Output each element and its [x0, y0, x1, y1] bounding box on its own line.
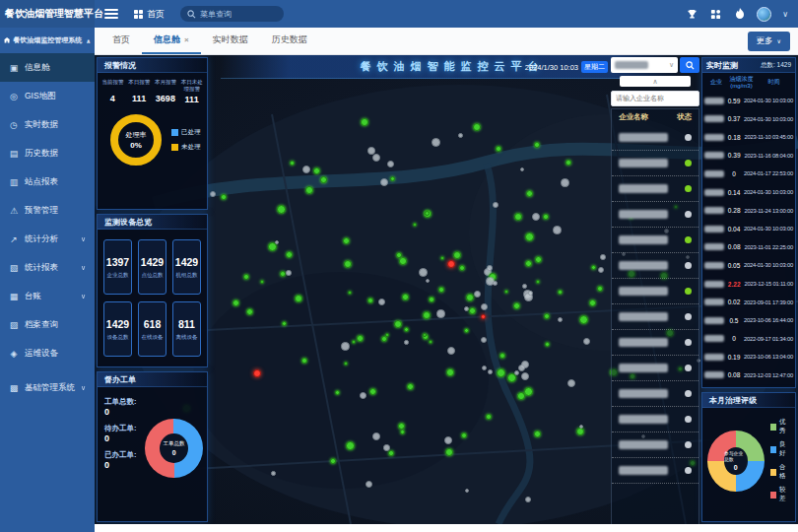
- map-pin[interactable]: [496, 146, 501, 152]
- sidebar-item[interactable]: ▩ 基础管理系统 ∨: [0, 373, 95, 402]
- realtime-row[interactable]: 0.04 2024-01-30 10:03:00: [702, 220, 795, 238]
- map-pin[interactable]: [346, 441, 355, 450]
- company-row[interactable]: [612, 330, 698, 356]
- map-pin[interactable]: [445, 448, 453, 456]
- sidebar-item[interactable]: ▧ 统计报表 ∨: [0, 253, 95, 282]
- map-pin[interactable]: [513, 302, 520, 309]
- trophy-icon[interactable]: [686, 8, 698, 21]
- map-pin[interactable]: [525, 233, 534, 241]
- map-pin[interactable]: [446, 368, 454, 376]
- map-pin[interactable]: [469, 307, 476, 314]
- company-row[interactable]: [612, 432, 698, 458]
- map-pin[interactable]: [553, 226, 562, 234]
- map-pin[interactable]: [432, 138, 440, 147]
- realtime-row[interactable]: 0.5 2023-10-06 16:44:00: [702, 311, 795, 330]
- map-pin[interactable]: [277, 205, 286, 214]
- sidebar-item[interactable]: ◷ 实时数据: [0, 110, 95, 139]
- menu-search-input[interactable]: 菜单查询: [180, 6, 284, 22]
- realtime-row[interactable]: 2.22 2023-12-15 01:11:00: [702, 275, 795, 294]
- map-pin[interactable]: [335, 390, 340, 395]
- map-pin[interactable]: [597, 286, 603, 292]
- map-pin[interactable]: [493, 281, 498, 286]
- map-pin[interactable]: [320, 176, 327, 183]
- chevron-down-icon[interactable]: ∨: [782, 10, 788, 19]
- map-pin[interactable]: [514, 213, 522, 221]
- map-pin[interactable]: [514, 370, 519, 375]
- map-pin[interactable]: [436, 309, 445, 318]
- map-pin[interactable]: [524, 387, 533, 396]
- company-row[interactable]: [612, 176, 698, 202]
- company-row[interactable]: [612, 458, 698, 484]
- menu-toggle-icon[interactable]: [104, 9, 118, 19]
- map-pin[interactable]: [383, 444, 390, 451]
- close-icon[interactable]: ×: [184, 35, 189, 44]
- company-row[interactable]: [612, 381, 698, 407]
- map-pin[interactable]: [423, 333, 427, 337]
- realtime-row[interactable]: 0.19 2023-10-06 13:04:00: [702, 348, 795, 366]
- map-pin[interactable]: [221, 194, 227, 200]
- map-pin[interactable]: [474, 291, 481, 298]
- company-row[interactable]: [612, 202, 698, 228]
- company-row[interactable]: [612, 279, 698, 304]
- company-row[interactable]: [612, 304, 698, 330]
- map-pin[interactable]: [600, 254, 606, 260]
- sidebar-item[interactable]: ◈ 运维设备: [0, 339, 95, 367]
- sidebar-item[interactable]: ◎ GIS地图: [0, 82, 95, 110]
- realtime-row[interactable]: 0.37 2024-01-30 10:03:00: [702, 109, 795, 128]
- sidebar-item[interactable]: ↗ 统计分析 ∨: [0, 225, 95, 253]
- map-pin[interactable]: [402, 294, 409, 300]
- collapse-toggle[interactable]: ∧: [620, 76, 691, 87]
- map-pin[interactable]: [493, 202, 499, 208]
- realtime-row[interactable]: 0 2024-01-17 22:53:00: [702, 165, 795, 183]
- realtime-row[interactable]: 0.59 2024-01-30 10:03:00: [702, 92, 795, 110]
- realtime-row[interactable]: 0.14 2024-01-30 10:03:00: [702, 183, 795, 202]
- map-pin[interactable]: [528, 291, 533, 296]
- map-pin[interactable]: [534, 142, 540, 148]
- sidebar-item[interactable]: ▨ 档案查询: [0, 310, 95, 339]
- user-avatar[interactable]: [757, 7, 771, 22]
- company-row[interactable]: [612, 151, 698, 176]
- map-pin[interactable]: [517, 392, 525, 400]
- area-select[interactable]: ∨: [611, 57, 678, 73]
- realtime-row[interactable]: 0.39 2023-11-16 08:04:00: [702, 147, 795, 166]
- map-pin[interactable]: [372, 432, 380, 440]
- map-pin[interactable]: [543, 214, 549, 220]
- map-pin[interactable]: [396, 252, 402, 258]
- map-pin[interactable]: [545, 342, 550, 347]
- tab[interactable]: 信息舱 ×: [142, 28, 201, 54]
- sidebar-item[interactable]: ▣ 信息舱: [0, 53, 95, 82]
- map-pin[interactable]: [290, 161, 295, 166]
- company-row[interactable]: [612, 356, 698, 381]
- realtime-row[interactable]: 0.08 2023-12-03 12:47:00: [702, 366, 795, 385]
- map-pin[interactable]: [286, 251, 293, 258]
- map-pin[interactable]: [534, 431, 541, 437]
- map-pin[interactable]: [481, 314, 486, 319]
- map-pin[interactable]: [271, 471, 276, 476]
- map-pin[interactable]: [394, 320, 402, 328]
- map-pin[interactable]: [522, 284, 527, 289]
- map-pin[interactable]: [565, 160, 571, 166]
- map-pin[interactable]: [357, 335, 364, 342]
- apps-icon[interactable]: [709, 8, 722, 21]
- realtime-row[interactable]: 0 2022-09-17 01:34:00: [702, 330, 795, 349]
- map-pin[interactable]: [497, 368, 505, 377]
- company-row[interactable]: [612, 407, 698, 432]
- sidebar-system-header[interactable]: 餐饮油烟监控管理系统 ∧: [0, 28, 95, 53]
- map-pin[interactable]: [429, 297, 434, 302]
- map-pin[interactable]: [558, 290, 563, 295]
- map-pin[interactable]: [419, 268, 428, 277]
- realtime-row[interactable]: 0.08 2023-11-01 22:25:00: [702, 238, 795, 257]
- map-pin[interactable]: [488, 369, 493, 374]
- tab[interactable]: 首页: [100, 28, 142, 54]
- map-pin[interactable]: [369, 388, 376, 395]
- company-row[interactable]: [612, 253, 698, 279]
- realtime-row[interactable]: 0.18 2023-11-10 03:45:00: [702, 128, 795, 147]
- map-pin[interactable]: [286, 270, 292, 276]
- map-pin[interactable]: [525, 260, 532, 267]
- map-pin[interactable]: [360, 392, 366, 399]
- sidebar-item[interactable]: ▤ 历史数据: [0, 139, 95, 167]
- map-pin[interactable]: [399, 257, 407, 265]
- map-pin[interactable]: [579, 315, 588, 324]
- map-pin[interactable]: [305, 186, 313, 194]
- sidebar-item[interactable]: ▦ 台账 ∨: [0, 282, 95, 310]
